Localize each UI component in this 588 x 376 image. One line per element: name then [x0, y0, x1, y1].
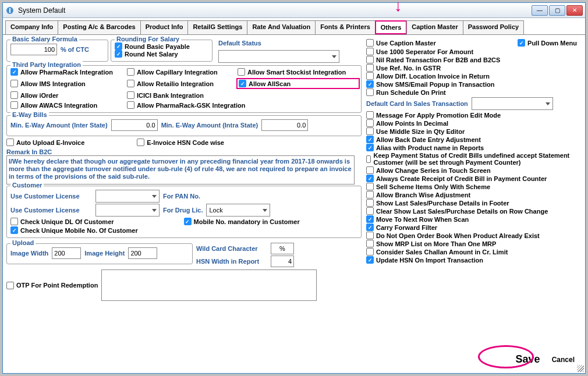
- allscan-highlight: ✓Allow AllScan: [236, 78, 360, 89]
- cancel-button[interactable]: Cancel: [548, 355, 578, 364]
- option-checkbox[interactable]: ✓Move To Next Row When Scan: [366, 215, 577, 223]
- eway-intra-label: Min. E-Way Amount (Intra State): [161, 122, 258, 129]
- remark-textarea[interactable]: I/We hereby declare that though our aggr…: [6, 155, 355, 185]
- tab-product-info[interactable]: Product Info: [140, 20, 189, 34]
- option-checkbox[interactable]: Do Not Open Order Book When Product Alre…: [366, 232, 577, 239]
- system-default-window: ↓ System Default — ▢ ✕ Company InfoPosti…: [2, 2, 586, 374]
- tab-posting-a-c-barcodes[interactable]: Posting A/c & Barcodes: [58, 20, 140, 34]
- option-checkbox[interactable]: Run Schedule On Print: [366, 88, 577, 96]
- salary-value-input[interactable]: [10, 44, 57, 55]
- customer-legend: Customer: [10, 182, 44, 189]
- capillary-checkbox[interactable]: Allow Capillary Integration: [127, 68, 238, 76]
- eway-inter-label: Min. E-Way Amount (Inter State): [10, 122, 108, 129]
- option-checkbox[interactable]: Use Middle Size in Qty Editor: [366, 127, 577, 135]
- save-button[interactable]: Save: [512, 353, 544, 366]
- option-checkbox[interactable]: Use 1000 Seperator For Amount: [366, 48, 577, 55]
- default-status-label: Default Status: [218, 40, 339, 47]
- window-title: System Default: [18, 6, 532, 15]
- right-panel: Use Caption Master ✓Pull Down Menu Use 1…: [362, 38, 577, 350]
- tab-fonts-printers[interactable]: Fonts & Printers: [315, 20, 376, 34]
- icici-checkbox[interactable]: ICICI Bank Integration: [127, 91, 238, 99]
- third-party-legend: Third Party Integration: [10, 61, 83, 68]
- option-checkbox[interactable]: Allow Branch Wise Adjustment: [366, 191, 577, 198]
- maximize-button[interactable]: ▢: [549, 5, 565, 16]
- ucl-drug-select[interactable]: [95, 204, 160, 217]
- minimize-button[interactable]: —: [532, 5, 548, 16]
- otp-checkbox[interactable]: OTP For Point Redemption: [6, 282, 98, 289]
- ucl-drug-label: Use Customer License: [10, 207, 92, 214]
- retailio-checkbox[interactable]: Allow Retailio Integration: [127, 78, 238, 89]
- option-checkbox[interactable]: Clear Show Last Sales/Purchase Details o…: [366, 207, 577, 215]
- pharmarack-gsk-checkbox[interactable]: Allow PharmaRack-GSK Integration: [127, 101, 360, 109]
- option-checkbox[interactable]: Use Caption Master: [366, 39, 436, 47]
- drug-lock-select[interactable]: Lock: [206, 204, 270, 217]
- option-checkbox[interactable]: Allow Points In Decimal: [366, 119, 577, 127]
- tab-password-policy[interactable]: Password Policy: [463, 20, 524, 34]
- salary-legend: Basic Salary Formula: [10, 36, 79, 42]
- option-checkbox[interactable]: ✓Alias with Product name in Reports: [366, 144, 577, 151]
- option-checkbox[interactable]: Keep Payment Status of Credit Bills unde…: [366, 152, 577, 166]
- default-card-label: Default Card In Sales Transaction: [366, 100, 468, 107]
- smart-stockist-checkbox[interactable]: Allow Smart Stockist Integration: [238, 68, 360, 76]
- tab-company-info[interactable]: Company Info: [5, 20, 58, 34]
- option-checkbox[interactable]: Nil Rated Transaction For B2B and B2CS: [366, 56, 577, 63]
- default-card-select[interactable]: [472, 97, 553, 110]
- pulldown-checkbox[interactable]: ✓Pull Down Menu: [518, 39, 577, 47]
- default-status-select[interactable]: [218, 50, 339, 63]
- awacs-checkbox[interactable]: Allow AWACS Integration: [10, 101, 127, 109]
- option-checkbox[interactable]: Allow Diff. Location Invoice in Return: [366, 72, 577, 80]
- round-net-checkbox[interactable]: ✓Round Net Salary: [115, 50, 208, 58]
- tab-rate-and-valuation[interactable]: Rate And Valuation: [247, 20, 316, 34]
- resize-grip[interactable]: [577, 365, 584, 372]
- option-checkbox[interactable]: Consider Sales Challan Amount in Cr. Lim…: [366, 248, 577, 256]
- option-checkbox[interactable]: ✓Update HSN On Import Transaction: [366, 256, 577, 264]
- svg-rect-1: [9, 8, 10, 13]
- unique-mobile-checkbox[interactable]: ✓Check Unique Mobile No. Of Customer: [10, 226, 357, 234]
- remark-label: Remark In B2C: [6, 148, 362, 155]
- option-checkbox[interactable]: ✓Carry Forward Filter: [366, 224, 577, 231]
- round-basic-checkbox[interactable]: ✓Round Basic Payable: [115, 42, 208, 50]
- wildcard-label: Wild Card Character: [196, 245, 267, 252]
- eway-inter-input[interactable]: [111, 119, 158, 131]
- option-checkbox[interactable]: ✓Show SMS/Email Popup in Transaction: [366, 80, 577, 88]
- upload-legend: Upload: [10, 239, 36, 246]
- option-checkbox[interactable]: Message For Apply Promotion Edit Mode: [366, 111, 577, 119]
- pan-label: For PAN No.: [163, 193, 200, 200]
- upload-fieldset: Upload Image Width Image Height: [6, 243, 193, 264]
- eway-intra-input[interactable]: [261, 119, 308, 131]
- tab-retailg-settings[interactable]: RetailG Settings: [187, 20, 247, 34]
- tab-bar: Company InfoPosting A/c & BarcodesProduc…: [3, 18, 585, 35]
- ucl-pan-label: Use Customer License: [10, 193, 92, 200]
- ucl-pan-select[interactable]: [95, 190, 160, 203]
- tab-caption-master[interactable]: Caption Master: [406, 20, 463, 34]
- option-checkbox[interactable]: ✓Always Create Receipt of Credit Bill in…: [366, 175, 577, 182]
- third-party-fieldset: Third Party Integration ✓Allow PharmaRac…: [6, 65, 362, 113]
- option-checkbox[interactable]: Allow Change Series in Touch Screen: [366, 166, 577, 174]
- image-width-input[interactable]: [52, 247, 81, 259]
- option-checkbox[interactable]: ✓Allow Back Date Entry Adjustment: [366, 136, 577, 143]
- pharmarack-checkbox[interactable]: ✓Allow PharmaRack Integration: [10, 68, 127, 76]
- option-checkbox[interactable]: Sell Scheme Items Only With Scheme: [366, 183, 577, 190]
- einvoice-hsn-checkbox[interactable]: E-Invoice HSN Code wise: [137, 139, 224, 146]
- image-height-input[interactable]: [128, 247, 157, 259]
- iorder-checkbox[interactable]: Allow iOrder: [10, 91, 127, 99]
- eway-fieldset: E-Way Bills Min. E-Way Amount (Inter Sta…: [6, 115, 362, 136]
- option-checkbox[interactable]: Use Ref. No. in GSTR: [366, 64, 577, 72]
- mobile-mandatory-checkbox[interactable]: ✓Mobile No. mandatory in Customer: [184, 218, 300, 225]
- option-checkbox[interactable]: Show Last Sales/Purchase Details in Foot…: [366, 199, 577, 207]
- unique-dl-checkbox[interactable]: Check Unique DL Of Customer: [10, 218, 114, 225]
- app-icon: [5, 6, 15, 15]
- hsn-width-label: HSN Width in Report: [196, 258, 267, 265]
- customer-fieldset: Customer Use Customer License For PAN No…: [6, 186, 362, 238]
- hsn-width-input[interactable]: [271, 256, 294, 267]
- wildcard-input[interactable]: [271, 243, 294, 254]
- tab-others[interactable]: Others: [375, 20, 407, 34]
- option-checkbox[interactable]: Show MRP List on More Than One MRP: [366, 240, 577, 247]
- salary-unit: % of CTC: [61, 46, 89, 53]
- close-button[interactable]: ✕: [566, 5, 583, 16]
- allscan-checkbox[interactable]: ✓Allow AllScan: [239, 80, 355, 87]
- image-width-label: Image Width: [10, 250, 48, 257]
- otp-textarea[interactable]: [101, 269, 317, 301]
- auto-einvoice-checkbox[interactable]: Auto Upload E-Invoice: [6, 139, 84, 146]
- ims-checkbox[interactable]: Allow IMS Integration: [10, 78, 127, 89]
